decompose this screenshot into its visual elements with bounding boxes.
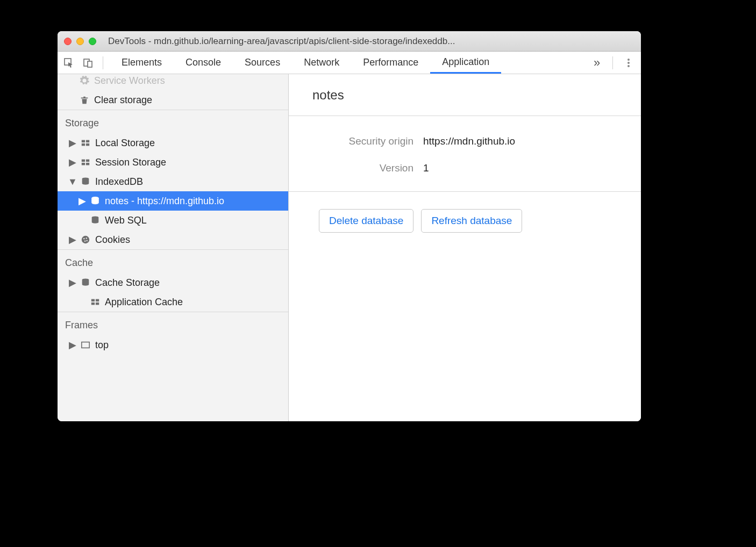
grid-icon <box>80 157 91 168</box>
window-title: DevTools - mdn.github.io/learning-area/j… <box>108 36 634 47</box>
sidebar-item-cache-storage[interactable]: ▶ Cache Storage <box>58 273 288 292</box>
inspect-icon[interactable] <box>61 55 77 71</box>
tab-elements[interactable]: Elements <box>110 52 174 74</box>
database-actions: Delete database Refresh database <box>289 192 641 233</box>
sidebar-item-label: Session Storage <box>95 157 166 168</box>
window-controls <box>64 38 96 45</box>
database-icon <box>90 196 101 206</box>
sidebar-item-label: Cookies <box>95 234 130 246</box>
sidebar-section-cache: Cache <box>58 249 288 273</box>
devtools-window: DevTools - mdn.github.io/learning-area/j… <box>58 31 641 421</box>
refresh-database-button[interactable]: Refresh database <box>421 209 522 233</box>
sidebar-section-frames: Frames <box>58 312 288 335</box>
panel-tabs: Elements Console Sources Network Perform… <box>110 52 584 74</box>
close-icon[interactable] <box>64 38 72 45</box>
minimize-icon[interactable] <box>76 38 84 45</box>
chevron-right-icon: ▶ <box>69 339 76 351</box>
svg-point-19 <box>86 237 87 239</box>
sidebar-item-service-workers[interactable]: Service Workers <box>58 74 288 90</box>
tab-console[interactable]: Console <box>174 52 233 74</box>
svg-point-20 <box>84 241 85 242</box>
kv-value: 1 <box>423 162 429 174</box>
sidebar-item-label: notes - https://mdn.github.io <box>105 196 224 207</box>
grid-icon <box>80 138 91 148</box>
svg-rect-24 <box>96 299 99 302</box>
database-title: notes <box>289 74 641 116</box>
chevron-down-icon: ▼ <box>69 176 76 188</box>
tab-application[interactable]: Application <box>430 52 501 74</box>
svg-rect-7 <box>86 140 89 143</box>
toolbar-separator <box>103 56 103 69</box>
sidebar-item-local-storage[interactable]: ▶ Local Storage <box>58 133 288 153</box>
sidebar-item-websql[interactable]: Web SQL <box>58 211 288 230</box>
svg-point-4 <box>627 62 630 64</box>
kv-key: Version <box>310 162 423 174</box>
svg-point-21 <box>87 240 88 241</box>
tab-performance[interactable]: Performance <box>351 52 430 74</box>
grid-icon <box>90 297 101 307</box>
svg-point-5 <box>627 65 630 67</box>
sidebar-item-label: Service Workers <box>94 75 165 87</box>
gear-icon <box>79 75 90 86</box>
database-icon <box>80 176 91 187</box>
sidebar-item-indexeddb-notes[interactable]: ▶ notes - https://mdn.github.io <box>58 191 288 211</box>
cookie-icon <box>80 234 91 245</box>
svg-rect-6 <box>82 140 85 143</box>
svg-rect-8 <box>82 143 85 146</box>
chevron-right-icon: ▶ <box>69 277 76 289</box>
sidebar-item-session-storage[interactable]: ▶ Session Storage <box>58 153 288 172</box>
kv-key: Security origin <box>310 135 423 147</box>
device-toggle-icon[interactable] <box>80 55 96 71</box>
sidebar-section-storage: Storage <box>58 110 288 133</box>
svg-rect-27 <box>82 342 89 348</box>
menu-icon[interactable] <box>619 57 638 68</box>
sidebar-item-label: IndexedDB <box>95 176 143 188</box>
zoom-icon[interactable] <box>89 38 96 45</box>
sidebar-item-clear-storage[interactable]: Clear storage <box>58 90 288 110</box>
database-icon <box>80 277 91 288</box>
svg-point-17 <box>82 236 89 243</box>
main-content: notes Security origin https://mdn.github… <box>289 74 641 421</box>
chevron-right-icon: ▶ <box>69 156 76 168</box>
svg-rect-11 <box>86 160 89 162</box>
svg-rect-9 <box>86 143 89 146</box>
sidebar-item-application-cache[interactable]: Application Cache <box>58 292 288 312</box>
svg-rect-26 <box>96 303 99 305</box>
tab-sources[interactable]: Sources <box>233 52 292 74</box>
kv-value: https://mdn.github.io <box>423 135 515 147</box>
svg-rect-12 <box>82 163 85 165</box>
svg-rect-10 <box>82 160 85 162</box>
delete-database-button[interactable]: Delete database <box>319 209 413 233</box>
sidebar-item-label: Clear storage <box>94 95 152 106</box>
sidebar-item-label: Cache Storage <box>95 277 160 289</box>
tab-network[interactable]: Network <box>292 52 351 74</box>
kv-row-security-origin: Security origin https://mdn.github.io <box>310 135 619 147</box>
kv-row-version: Version 1 <box>310 162 619 174</box>
svg-point-18 <box>83 238 84 239</box>
svg-rect-2 <box>88 61 92 67</box>
trash-icon <box>79 95 90 105</box>
svg-rect-13 <box>86 163 89 165</box>
database-details: Security origin https://mdn.github.io Ve… <box>289 116 641 192</box>
sidebar-item-label: Application Cache <box>105 297 183 308</box>
frame-icon <box>80 340 91 350</box>
sidebar-item-cookies[interactable]: ▶ Cookies <box>58 230 288 249</box>
sidebar-item-indexeddb[interactable]: ▼ IndexedDB <box>58 172 288 191</box>
chevron-right-icon: ▶ <box>69 137 76 149</box>
panel-body: Service Workers Clear storage Storage ▶ … <box>58 74 641 421</box>
devtools-toolbar: Elements Console Sources Network Perform… <box>58 52 641 74</box>
sidebar-item-label: Web SQL <box>105 215 147 226</box>
chevron-right-icon: ▶ <box>69 234 76 246</box>
toolbar-separator <box>612 56 613 69</box>
database-icon <box>90 215 101 226</box>
application-sidebar: Service Workers Clear storage Storage ▶ … <box>58 74 289 421</box>
sidebar-item-frame-top[interactable]: ▶ top <box>58 335 288 355</box>
chevron-right-icon: ▶ <box>79 195 85 207</box>
tabs-overflow-icon[interactable]: » <box>588 56 606 70</box>
svg-rect-23 <box>91 299 95 302</box>
sidebar-item-label: Local Storage <box>95 138 155 149</box>
sidebar-item-label: top <box>95 340 109 351</box>
svg-rect-25 <box>91 303 95 305</box>
titlebar: DevTools - mdn.github.io/learning-area/j… <box>58 31 641 52</box>
svg-point-3 <box>627 59 630 61</box>
